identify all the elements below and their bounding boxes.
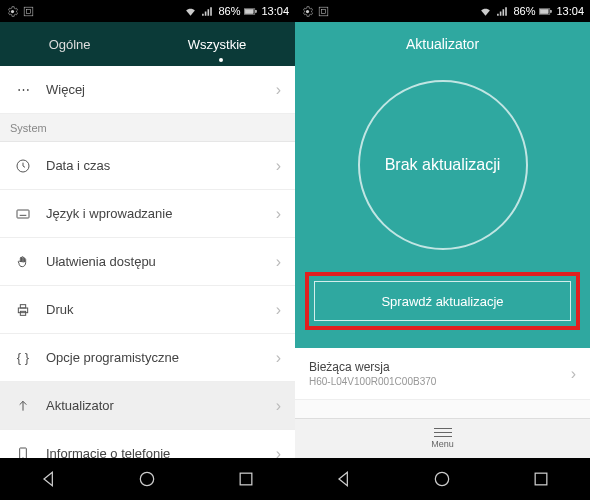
keyboard-icon bbox=[14, 206, 32, 222]
hand-icon bbox=[14, 254, 32, 270]
battery-text: 86% bbox=[513, 5, 535, 17]
battery-text: 86% bbox=[218, 5, 240, 17]
update-icon bbox=[14, 398, 32, 414]
menu-label: Menu bbox=[431, 439, 454, 449]
tab-general[interactable]: Ogólne bbox=[49, 25, 91, 64]
version-label: Bieżąca wersja bbox=[309, 360, 571, 374]
row-date-time[interactable]: Data i czas › bbox=[0, 142, 295, 190]
battery-icon bbox=[244, 5, 257, 18]
svg-rect-19 bbox=[551, 10, 552, 12]
clock-icon bbox=[14, 158, 32, 174]
row-developer[interactable]: { } Opcje programistyczne › bbox=[0, 334, 295, 382]
signal-icon bbox=[201, 5, 214, 18]
nav-home-icon[interactable] bbox=[432, 469, 452, 489]
spacer bbox=[295, 400, 590, 418]
svg-rect-8 bbox=[18, 308, 27, 313]
svg-rect-10 bbox=[20, 311, 25, 315]
svg-rect-5 bbox=[256, 10, 257, 12]
chevron-right-icon: › bbox=[276, 349, 281, 367]
section-system: System bbox=[0, 114, 295, 142]
version-value: H60-L04V100R001C00B370 bbox=[309, 376, 571, 387]
chevron-right-icon: › bbox=[276, 253, 281, 271]
battery-icon bbox=[539, 5, 552, 18]
update-status-circle: Brak aktualizacji bbox=[358, 80, 528, 250]
svg-rect-16 bbox=[321, 9, 325, 13]
row-accessibility[interactable]: Ułatwienia dostępu › bbox=[0, 238, 295, 286]
row-label: Informacje o telefonie bbox=[46, 446, 276, 458]
braces-icon: { } bbox=[14, 350, 32, 365]
screenshot-icon bbox=[317, 5, 330, 18]
signal-icon bbox=[496, 5, 509, 18]
svg-point-12 bbox=[141, 472, 154, 485]
row-about[interactable]: Informacje o telefonie › bbox=[0, 430, 295, 458]
settings-screen: 86% 13:04 Ogólne Wszystkie ⋯ Więcej › Sy… bbox=[0, 0, 295, 500]
printer-icon bbox=[14, 302, 32, 318]
chevron-right-icon: › bbox=[276, 301, 281, 319]
chevron-right-icon: › bbox=[276, 445, 281, 459]
svg-point-0 bbox=[11, 9, 14, 12]
row-print[interactable]: Druk › bbox=[0, 286, 295, 334]
svg-rect-2 bbox=[26, 9, 30, 13]
chevron-right-icon: › bbox=[571, 365, 576, 383]
row-language[interactable]: Język i wprowadzanie › bbox=[0, 190, 295, 238]
row-label: Więcej bbox=[46, 82, 276, 97]
check-updates-button[interactable]: Sprawdź aktualizacje bbox=[314, 281, 571, 321]
gear-icon bbox=[301, 5, 314, 18]
svg-rect-4 bbox=[246, 9, 254, 13]
nav-home-icon[interactable] bbox=[137, 469, 157, 489]
svg-rect-9 bbox=[20, 304, 25, 307]
svg-rect-21 bbox=[535, 473, 547, 485]
chevron-right-icon: › bbox=[276, 81, 281, 99]
menu-icon bbox=[434, 428, 452, 437]
svg-rect-11 bbox=[20, 448, 27, 459]
row-updater[interactable]: Aktualizator › bbox=[0, 382, 295, 430]
screenshot-icon bbox=[22, 5, 35, 18]
row-label: Aktualizator bbox=[46, 398, 276, 413]
chevron-right-icon: › bbox=[276, 397, 281, 415]
update-status-text: Brak aktualizacji bbox=[385, 156, 501, 174]
svg-point-14 bbox=[306, 9, 309, 12]
tabs: Ogólne Wszystkie bbox=[0, 22, 295, 66]
time-text: 13:04 bbox=[261, 5, 289, 17]
row-label: Język i wprowadzanie bbox=[46, 206, 276, 221]
nav-back-icon[interactable] bbox=[334, 469, 354, 489]
updater-body: Brak aktualizacji Sprawdź aktualizacje bbox=[295, 66, 590, 348]
row-label: Data i czas bbox=[46, 158, 276, 173]
chevron-right-icon: › bbox=[276, 205, 281, 223]
row-label: Opcje programistyczne bbox=[46, 350, 276, 365]
more-icon: ⋯ bbox=[14, 82, 32, 97]
tab-all[interactable]: Wszystkie bbox=[188, 25, 247, 64]
nav-bar bbox=[0, 458, 295, 500]
updater-screen: 86% 13:04 Aktualizator Brak aktualizacji… bbox=[295, 0, 590, 500]
svg-rect-7 bbox=[17, 210, 29, 218]
svg-rect-13 bbox=[240, 473, 252, 485]
row-label: Ułatwienia dostępu bbox=[46, 254, 276, 269]
nav-recent-icon[interactable] bbox=[531, 469, 551, 489]
wifi-icon bbox=[184, 5, 197, 18]
svg-rect-1 bbox=[24, 7, 33, 16]
row-current-version[interactable]: Bieżąca wersja H60-L04V100R001C00B370 › bbox=[295, 348, 590, 400]
row-label: Druk bbox=[46, 302, 276, 317]
nav-back-icon[interactable] bbox=[39, 469, 59, 489]
row-more[interactable]: ⋯ Więcej › bbox=[0, 66, 295, 114]
highlight-box: Sprawdź aktualizacje bbox=[305, 272, 580, 330]
updater-title: Aktualizator bbox=[295, 22, 590, 66]
tab-indicator bbox=[219, 58, 223, 62]
nav-bar bbox=[295, 458, 590, 500]
gear-icon bbox=[6, 5, 19, 18]
chevron-right-icon: › bbox=[276, 157, 281, 175]
time-text: 13:04 bbox=[556, 5, 584, 17]
settings-list: ⋯ Więcej › System Data i czas › Język i … bbox=[0, 66, 295, 458]
wifi-icon bbox=[479, 5, 492, 18]
nav-recent-icon[interactable] bbox=[236, 469, 256, 489]
svg-rect-18 bbox=[541, 9, 549, 13]
svg-point-20 bbox=[436, 472, 449, 485]
status-bar: 86% 13:04 bbox=[0, 0, 295, 22]
svg-rect-15 bbox=[319, 7, 328, 16]
menu-button[interactable]: Menu bbox=[295, 418, 590, 458]
status-bar: 86% 13:04 bbox=[295, 0, 590, 22]
phone-icon bbox=[14, 446, 32, 459]
